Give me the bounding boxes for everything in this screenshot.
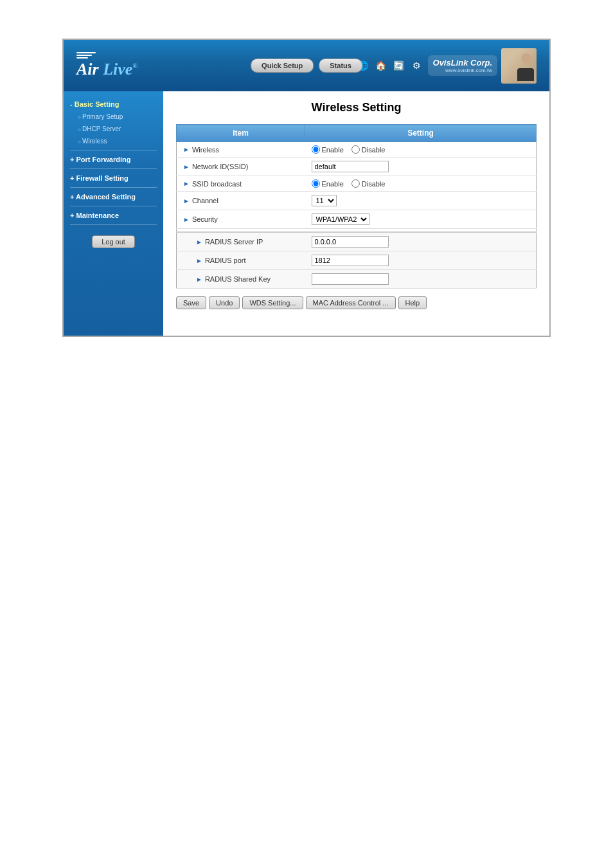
wireless-enable-text: Enable: [322, 146, 344, 154]
undo-button[interactable]: Undo: [209, 296, 240, 309]
sidebar-item-wireless[interactable]: Wireless: [64, 135, 163, 147]
logout-container: Log out: [64, 228, 163, 256]
ssid-disable-label[interactable]: Disable: [351, 179, 386, 188]
sidebar-divider-4: [70, 206, 157, 206]
person-head: [521, 53, 531, 64]
sidebar-item-advanced-setting[interactable]: + Advanced Setting: [64, 190, 163, 203]
table-row: ► RADIUS port: [177, 251, 537, 270]
table-row: ► Network ID(SSID): [177, 158, 537, 176]
button-row: Save Undo WDS Setting... MAC Address Con…: [176, 296, 537, 309]
item-label-channel: ► Channel: [183, 197, 299, 204]
wireless-enable-label[interactable]: Enable: [312, 145, 344, 154]
item-channel: ► Channel: [177, 192, 305, 210]
channel-label: Channel: [192, 197, 218, 204]
sidebar-item-dhcp-server[interactable]: DHCP Server: [64, 123, 163, 135]
radius-port-input[interactable]: [312, 255, 389, 266]
security-select[interactable]: WPA1/WPA2 WPA2 WPA WEP None: [312, 213, 369, 225]
browser-frame: Air Live® Quick Setup Status 🌐 🏠 🔄 ⚙ Ovi…: [62, 39, 551, 337]
logo-live: Live: [103, 60, 132, 78]
ssid-enable-radio[interactable]: [312, 179, 320, 188]
sidebar-section-advanced: + Advanced Setting: [64, 190, 163, 203]
wireless-disable-text: Disable: [362, 146, 386, 154]
arrow-icon: ►: [196, 239, 202, 246]
arrow-icon: ►: [183, 197, 190, 204]
logo-air: Air: [76, 60, 103, 78]
person-torso: [517, 68, 534, 81]
channel-select[interactable]: 1234 5678 91011 1213: [312, 195, 337, 206]
ssid-disable-radio[interactable]: [351, 179, 360, 188]
ssid-broadcast-label: SSID broadcast: [192, 180, 242, 188]
setting-radius-port: [305, 251, 537, 270]
settings-icon[interactable]: ⚙: [410, 59, 424, 73]
item-label-security: ► Security: [183, 215, 299, 223]
sidebar-divider-5: [70, 224, 157, 225]
logout-button[interactable]: Log out: [92, 235, 135, 248]
arrow-icon: ►: [183, 216, 190, 223]
security-label: Security: [192, 215, 218, 223]
arrow-icon: ►: [196, 276, 202, 283]
ssid-disable-text: Disable: [362, 180, 386, 188]
header-photo: [501, 48, 537, 84]
item-wireless: ► Wireless: [177, 142, 305, 158]
sidebar-item-firewall-setting[interactable]: + Firewall Setting: [64, 172, 163, 185]
table-header-row: Item Setting: [177, 125, 537, 142]
sidebar-item-port-forwarding[interactable]: + Port Forwarding: [64, 153, 163, 166]
wave-line-2: [76, 55, 92, 56]
arrow-icon: ►: [183, 163, 190, 170]
arrow-icon: ►: [196, 257, 202, 264]
radius-server-ip-label: RADIUS Server IP: [205, 238, 263, 246]
radius-shared-key-input[interactable]: [312, 273, 389, 285]
sidebar-item-primary-setup[interactable]: Primary Setup: [64, 111, 163, 123]
item-label-radius-server-ip: ► RADIUS Server IP: [196, 238, 299, 246]
home-icon[interactable]: 🏠: [374, 59, 388, 73]
main-layout: - Basic Setting Primary Setup DHCP Serve…: [64, 91, 549, 336]
settings-table: Item Setting ► Wireless: [176, 124, 537, 289]
sidebar-item-basic-setting[interactable]: - Basic Setting: [64, 98, 163, 111]
logo-text: Air Live®: [76, 60, 138, 79]
logo-container: Air Live®: [76, 52, 138, 79]
page-wrapper: Air Live® Quick Setup Status 🌐 🏠 🔄 ⚙ Ovi…: [0, 0, 613, 375]
wireless-radio-group: Enable Disable: [312, 145, 530, 154]
network-id-input[interactable]: [312, 161, 389, 172]
table-row: ► Channel 1234 5678 91011 1213: [177, 192, 537, 210]
setting-ssid-broadcast: Enable Disable: [305, 176, 537, 192]
refresh-icon[interactable]: 🔄: [392, 59, 406, 73]
ssid-enable-label[interactable]: Enable: [312, 179, 344, 188]
table-row: ► Security WPA1/WPA2 WPA2 WPA WEP: [177, 210, 537, 229]
item-radius-server-ip: ► RADIUS Server IP: [177, 232, 305, 251]
quick-setup-button[interactable]: Quick Setup: [251, 59, 314, 73]
arrow-icon: ►: [183, 146, 190, 153]
item-radius-shared-key: ► RADIUS Shared Key: [177, 270, 305, 289]
sidebar-section-basic: - Basic Setting Primary Setup DHCP Serve…: [64, 98, 163, 147]
wds-setting-button[interactable]: WDS Setting...: [242, 296, 303, 309]
item-label-ssid-broadcast: ► SSID broadcast: [183, 180, 299, 188]
sidebar-item-maintenance[interactable]: + Maintenance: [64, 209, 163, 222]
nav-buttons: Quick Setup Status: [251, 59, 362, 73]
save-button[interactable]: Save: [176, 296, 206, 309]
wireless-disable-label[interactable]: Disable: [351, 145, 386, 154]
status-button[interactable]: Status: [319, 59, 362, 73]
logo-area: Air Live®: [76, 52, 138, 79]
radius-server-ip-input[interactable]: [312, 236, 389, 248]
item-security: ► Security: [177, 210, 305, 229]
network-id-label: Network ID(SSID): [192, 163, 248, 170]
item-network-id: ► Network ID(SSID): [177, 158, 305, 176]
help-button[interactable]: Help: [398, 296, 427, 309]
header-right: 🌐 🏠 🔄 ⚙ OvisLink Corp. www.ovislink.com.…: [356, 48, 537, 84]
mac-address-control-button[interactable]: MAC Address Control ...: [306, 296, 396, 309]
sidebar-divider-2: [70, 168, 157, 169]
item-label-network-id: ► Network ID(SSID): [183, 163, 299, 170]
wave-line-3: [76, 57, 88, 59]
wireless-enable-radio[interactable]: [312, 145, 320, 154]
arrow-icon: ►: [183, 180, 190, 187]
sidebar-divider-1: [70, 150, 157, 150]
page-title: Wireless Setting: [176, 101, 537, 114]
radius-port-label: RADIUS port: [205, 257, 246, 264]
wireless-disable-radio[interactable]: [351, 145, 360, 154]
sidebar: - Basic Setting Primary Setup DHCP Serve…: [64, 91, 163, 336]
setting-network-id: [305, 158, 537, 176]
brand-website: www.ovislink.com.tw: [433, 68, 492, 73]
wave-line-1: [76, 52, 96, 53]
wave-lines-icon: [76, 52, 96, 59]
header: Air Live® Quick Setup Status 🌐 🏠 🔄 ⚙ Ovi…: [64, 40, 549, 91]
